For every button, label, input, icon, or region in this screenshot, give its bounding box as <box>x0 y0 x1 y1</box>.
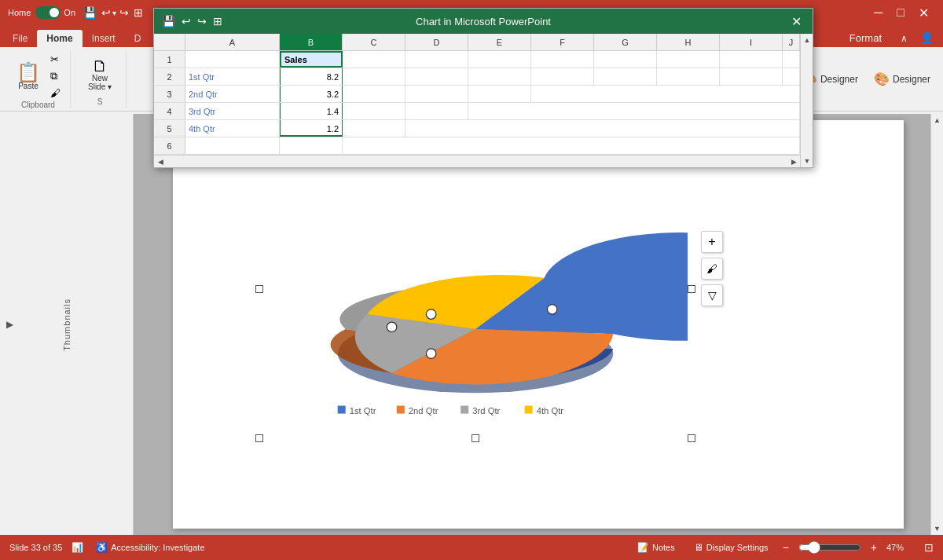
cell-b2[interactable]: 8.2 <box>280 68 343 85</box>
cell-d2[interactable] <box>405 68 468 85</box>
col-header-c[interactable]: C <box>343 34 405 50</box>
designer-panel-2[interactable]: 🎨 Designer <box>868 50 937 108</box>
scroll-up-btn[interactable]: ▲ <box>801 34 813 46</box>
panel-undo-icon[interactable]: ↩ <box>182 15 191 27</box>
style-btn[interactable]: 🖌 <box>701 258 723 280</box>
main-v-scrollbar[interactable]: ▲ ▼ <box>930 114 943 535</box>
col-header-j[interactable]: J <box>783 34 800 50</box>
cell-i1[interactable] <box>720 51 783 68</box>
cell-e2[interactable] <box>468 68 531 85</box>
add-element-btn[interactable]: + <box>701 231 723 253</box>
cell-c3[interactable] <box>343 86 405 102</box>
minimize-btn[interactable]: ─ <box>868 4 889 21</box>
cell-h2[interactable] <box>657 68 720 85</box>
scroll-down-btn[interactable]: ▼ <box>801 155 813 167</box>
cell-a1[interactable] <box>185 51 280 68</box>
tab-insert[interactable]: Insert <box>83 30 125 47</box>
col-header-a[interactable]: A <box>185 34 280 50</box>
handle-bl[interactable] <box>255 434 263 442</box>
redo-icon[interactable]: ↪ <box>119 6 129 19</box>
cell-b6[interactable] <box>280 137 343 154</box>
v-scrollbar[interactable]: ▲ ▼ <box>800 34 813 167</box>
cell-d4[interactable] <box>405 103 468 119</box>
cell-g2[interactable] <box>594 68 657 85</box>
format-painter-btn[interactable]: 🖌 <box>47 86 64 101</box>
cell-a3[interactable]: 2nd Qtr <box>185 86 280 102</box>
collapse-arrow[interactable]: ▶ <box>6 319 13 330</box>
display-settings-btn[interactable]: 🖥 Display Settings <box>689 540 773 555</box>
zoom-slider[interactable] <box>798 541 861 554</box>
cell-b1[interactable]: Sales <box>280 51 343 68</box>
col-header-i[interactable]: I <box>720 34 783 50</box>
cell-e4[interactable] <box>468 103 800 119</box>
save-icon[interactable]: 💾 <box>83 6 97 19</box>
toggle-on[interactable] <box>35 6 61 19</box>
col-header-g[interactable]: G <box>594 34 657 50</box>
scroll-left-btn[interactable]: ◀ <box>154 156 167 168</box>
cell-c2[interactable] <box>343 68 405 85</box>
close-btn[interactable]: ✕ <box>912 4 935 22</box>
notes-btn[interactable]: 📝 Notes <box>633 540 680 555</box>
v-scroll-track[interactable] <box>801 46 813 155</box>
tab-format[interactable]: Format <box>837 29 894 47</box>
handle-mr[interactable] <box>688 285 695 293</box>
main-scroll-down[interactable]: ▼ <box>931 522 944 535</box>
cell-d3[interactable] <box>405 86 468 102</box>
filter-btn[interactable]: ▽ <box>701 284 723 306</box>
cell-b3[interactable]: 3.2 <box>280 86 343 102</box>
tab-home[interactable]: Home <box>37 30 82 47</box>
cut-btn[interactable]: ✂ <box>47 52 64 67</box>
cell-f2[interactable] <box>531 68 594 85</box>
paste-btn[interactable]: 📋 Paste <box>13 60 44 93</box>
cell-f3[interactable] <box>531 86 800 102</box>
zoom-in-btn[interactable]: + <box>871 541 877 554</box>
handle-ml[interactable] <box>255 285 263 293</box>
col-header-e[interactable]: E <box>468 34 531 50</box>
cell-j2[interactable] <box>783 68 800 85</box>
col-header-f[interactable]: F <box>531 34 594 50</box>
col-header-h[interactable]: H <box>657 34 720 50</box>
cell-j1[interactable] <box>783 51 800 68</box>
panel-close-btn[interactable]: ✕ <box>787 13 806 31</box>
cell-c1[interactable] <box>343 51 405 68</box>
cell-f1[interactable] <box>531 51 594 68</box>
col-header-b[interactable]: B <box>280 34 343 50</box>
quick-access-icon[interactable]: ⊞ <box>134 6 143 19</box>
maximize-btn[interactable]: □ <box>890 4 911 21</box>
cell-e1[interactable] <box>468 51 531 68</box>
undo-dropdown-icon[interactable]: ▾ <box>112 9 116 17</box>
cell-b4[interactable]: 1.4 <box>280 103 343 119</box>
cell-i2[interactable] <box>720 68 783 85</box>
cell-c6[interactable] <box>343 137 800 154</box>
copy-btn[interactable]: ⧉ <box>47 68 64 84</box>
cell-c4[interactable] <box>343 103 405 119</box>
handle-br[interactable] <box>688 434 695 442</box>
new-slide-btn[interactable]: 🗋 New Slide ▾ <box>80 56 119 93</box>
panel-grid-icon[interactable]: ⊞ <box>213 15 222 27</box>
profile-btn[interactable]: 👤 <box>914 28 940 47</box>
cell-d1[interactable] <box>405 51 468 68</box>
panel-save-icon[interactable]: 💾 <box>162 15 175 27</box>
cell-c5[interactable] <box>343 120 405 137</box>
ribbon-collapse-btn[interactable]: ∧ <box>894 30 914 47</box>
h-scroll-track[interactable] <box>167 156 787 168</box>
fit-to-window-btn[interactable]: ⊡ <box>924 541 934 554</box>
tab-design[interactable]: D <box>125 30 151 47</box>
cell-a4[interactable]: 3rd Qtr <box>185 103 280 119</box>
zoom-out-btn[interactable]: − <box>783 541 789 554</box>
cell-a6[interactable] <box>185 137 280 154</box>
col-header-d[interactable]: D <box>405 34 468 50</box>
undo-icon[interactable]: ↩ <box>101 6 111 19</box>
cell-a5[interactable]: 4th Qtr <box>185 120 280 137</box>
cell-a2[interactable]: 1st Qtr <box>185 68 280 85</box>
panel-redo-icon[interactable]: ↪ <box>197 15 207 27</box>
handle-bc[interactable] <box>472 434 479 442</box>
cell-g1[interactable] <box>594 51 657 68</box>
h-scrollbar[interactable]: ◀ ▶ <box>154 155 800 167</box>
cell-h1[interactable] <box>657 51 720 68</box>
scroll-right-btn[interactable]: ▶ <box>787 156 800 168</box>
main-scroll-up[interactable]: ▲ <box>931 114 944 126</box>
accessibility-label[interactable]: ♿ Accessibility: Investigate <box>93 540 207 555</box>
cell-e3[interactable] <box>468 86 531 102</box>
tab-file[interactable]: File <box>3 30 37 47</box>
